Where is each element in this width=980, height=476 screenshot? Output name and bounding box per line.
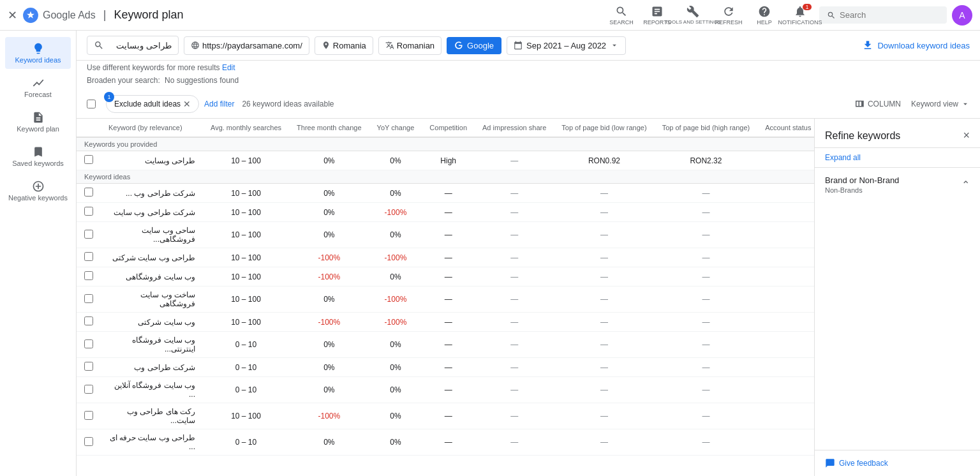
row-checkbox[interactable] bbox=[84, 294, 93, 303]
language-filter-pill[interactable]: Romanian bbox=[378, 36, 442, 55]
yoy-cell: 0% bbox=[369, 429, 422, 456]
google-network-icon bbox=[454, 41, 463, 50]
negative-keywords-icon bbox=[32, 180, 45, 193]
sidebar-item-keyword-ideas-label: Keyword ideas bbox=[15, 56, 61, 64]
search-pill-icon bbox=[94, 40, 104, 50]
account-status-cell bbox=[757, 222, 814, 248]
th-three-month[interactable]: Three month change bbox=[289, 119, 369, 137]
tools-icon-btn[interactable]: TOOLS AND SETTINGS bbox=[676, 0, 709, 31]
competition-cell: — bbox=[422, 403, 475, 429]
google-ads-logo-icon bbox=[22, 7, 39, 24]
row-checkbox[interactable] bbox=[84, 385, 93, 394]
network-filter-pill[interactable]: Google bbox=[447, 37, 501, 54]
top-bid-low-cell: — bbox=[554, 403, 654, 429]
th-keyword[interactable]: Keyword (by relevance) bbox=[101, 119, 203, 137]
top-bid-high-cell: — bbox=[655, 332, 758, 358]
th-top-bid-high[interactable]: Top of page bid (high range) bbox=[655, 119, 758, 137]
download-icon bbox=[862, 40, 873, 51]
add-filter-button[interactable]: Add filter bbox=[204, 100, 234, 108]
columns-button[interactable]: COLUMN bbox=[854, 98, 901, 110]
account-status-cell bbox=[757, 248, 814, 267]
keyword-search-pill[interactable] bbox=[87, 36, 179, 55]
table-row: شرکت طراحی وب سایت10 – 1000%-100%———— bbox=[77, 203, 814, 222]
th-account-status[interactable]: Account status bbox=[757, 119, 814, 137]
ad-impression-cell: — bbox=[475, 151, 554, 170]
keyword-view-button[interactable]: Keyword view bbox=[911, 100, 970, 108]
th-top-bid-low[interactable]: Top of page bid (low range) bbox=[554, 119, 654, 137]
app-name-label: Google Ads bbox=[43, 10, 96, 21]
account-status-cell bbox=[757, 403, 814, 429]
url-filter-pill[interactable]: https://paydarsamane.com/ bbox=[184, 36, 309, 55]
keywords-table: Keyword (by relevance) Avg. monthly sear… bbox=[77, 119, 814, 456]
table-row: وب سایت شرکتی10 – 100-100%-100%———— bbox=[77, 313, 814, 332]
help-icon-btn[interactable]: HELP bbox=[748, 0, 781, 31]
th-yoy[interactable]: YoY change bbox=[369, 119, 422, 137]
topbar-search-box[interactable] bbox=[819, 6, 947, 24]
row-checkbox[interactable] bbox=[84, 437, 93, 446]
search-icon-btn[interactable]: SEARCH bbox=[605, 0, 638, 31]
give-feedback-button[interactable]: Give feedback bbox=[815, 450, 980, 476]
row-checkbox[interactable] bbox=[84, 411, 93, 420]
row-checkbox[interactable] bbox=[84, 271, 93, 280]
location-filter-pill[interactable]: Romania bbox=[315, 36, 373, 55]
topbar: ✕ Google Ads | Keyword plan SEARCH REPOR… bbox=[0, 0, 980, 31]
avg-monthly-cell: 10 – 100 bbox=[203, 151, 289, 170]
row-checkbox[interactable] bbox=[84, 339, 93, 348]
sidebar-item-saved-keywords[interactable]: Saved keywords bbox=[5, 140, 71, 172]
refine-section-chevron-icon: ⌃ bbox=[961, 179, 970, 191]
table-row: شرکت طراحی وب ...10 – 1000%0%———— bbox=[77, 184, 814, 203]
row-checkbox[interactable] bbox=[84, 207, 93, 216]
download-btn-label: Download keyword ideas bbox=[877, 41, 970, 50]
top-bid-low-cell: — bbox=[554, 286, 654, 313]
th-avg-monthly[interactable]: Avg. monthly searches bbox=[203, 119, 289, 137]
top-bid-high-cell: — bbox=[655, 286, 758, 313]
yoy-cell: 0% bbox=[369, 332, 422, 358]
competition-cell: — bbox=[422, 358, 475, 377]
sidebar-item-keyword-plan[interactable]: Keyword plan bbox=[5, 106, 71, 138]
refresh-icon-btn[interactable]: REFRESH bbox=[712, 0, 745, 31]
sidebar-item-negative-keywords[interactable]: Negative keywords bbox=[5, 175, 71, 207]
download-keyword-ideas-button[interactable]: Download keyword ideas bbox=[862, 40, 970, 51]
exclude-adult-filter-btn[interactable]: 1 Exclude adult ideas ✕ bbox=[106, 95, 199, 113]
close-button[interactable]: ✕ bbox=[8, 8, 17, 22]
th-ad-impression[interactable]: Ad impression share bbox=[475, 119, 554, 137]
topbar-search-input[interactable] bbox=[840, 10, 929, 20]
top-bid-high-cell: — bbox=[655, 403, 758, 429]
top-bid-low-cell: — bbox=[554, 248, 654, 267]
remove-filter-button[interactable]: ✕ bbox=[183, 99, 191, 109]
tools-icon bbox=[687, 5, 699, 18]
refresh-icon bbox=[722, 5, 735, 18]
avg-monthly-cell: 10 – 100 bbox=[203, 222, 289, 248]
three-month-cell: 0% bbox=[289, 358, 369, 377]
select-all-checkbox[interactable] bbox=[87, 100, 96, 108]
user-avatar[interactable]: A bbox=[952, 5, 972, 26]
sidebar-item-keyword-ideas[interactable]: Keyword ideas bbox=[5, 37, 71, 69]
avg-monthly-cell: 10 – 100 bbox=[203, 403, 289, 429]
edit-link[interactable]: Edit bbox=[222, 63, 235, 72]
reports-icon-btn[interactable]: REPORTS bbox=[641, 0, 674, 31]
top-bid-low-cell: — bbox=[554, 222, 654, 248]
row-checkbox[interactable] bbox=[84, 230, 93, 239]
th-competition[interactable]: Competition bbox=[422, 119, 475, 137]
topbar-search-icon bbox=[827, 11, 836, 20]
row-checkbox[interactable] bbox=[84, 155, 93, 164]
section-label-ideas: Keyword ideas bbox=[77, 170, 814, 184]
row-checkbox[interactable] bbox=[84, 316, 93, 325]
yoy-cell: -100% bbox=[369, 203, 422, 222]
refine-panel: Refine keywords × Expand all Brand or No… bbox=[814, 119, 980, 476]
row-checkbox[interactable] bbox=[84, 252, 93, 261]
refine-section-brand-header[interactable]: Brand or Non-Brand Non-Brands ⌃ bbox=[825, 175, 970, 194]
notifications-icon-btn[interactable]: 1 NOTIFICATIONS bbox=[783, 0, 817, 31]
reports-icon bbox=[651, 5, 664, 18]
date-filter-pill[interactable]: Sep 2021 – Aug 2022 bbox=[507, 36, 626, 55]
keyword-search-input[interactable] bbox=[108, 41, 172, 50]
sidebar-item-forecast[interactable]: Forecast bbox=[5, 71, 71, 103]
help-icon-label: HELP bbox=[757, 19, 772, 26]
refine-section-brand-title: Brand or Non-Brand bbox=[825, 175, 899, 185]
top-bid-high-cell: — bbox=[655, 203, 758, 222]
row-checkbox[interactable] bbox=[84, 362, 93, 371]
refine-close-button[interactable]: × bbox=[963, 129, 970, 142]
row-checkbox[interactable] bbox=[84, 188, 93, 197]
ad-impression-cell: — bbox=[475, 203, 554, 222]
expand-all-button[interactable]: Expand all bbox=[815, 148, 980, 167]
